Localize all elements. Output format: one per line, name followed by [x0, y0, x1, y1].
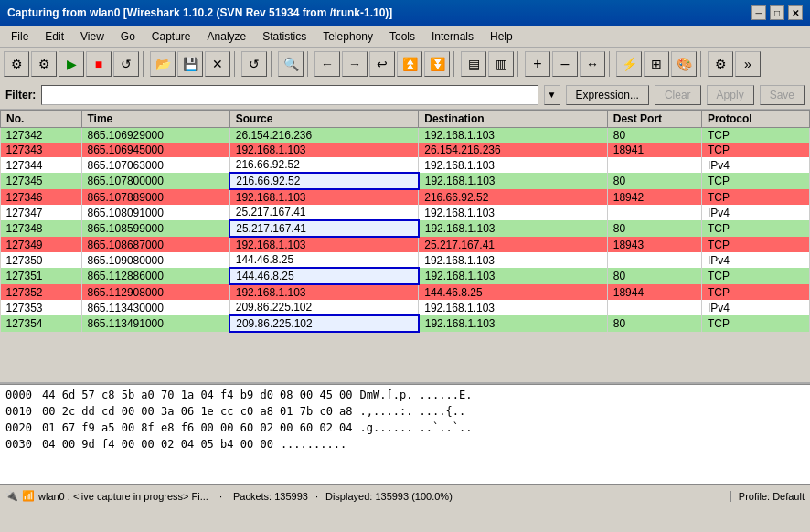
network-icon: 🔌: [5, 490, 18, 502]
table-row[interactable]: 127342865.10692900026.154.216.236192.168…: [1, 128, 810, 144]
menu-item-edit[interactable]: Edit: [37, 28, 71, 45]
cell-src: 192.168.1.103: [229, 143, 419, 157]
cell-proto: TCP: [702, 237, 810, 252]
menu-item-capture[interactable]: Capture: [144, 28, 198, 45]
table-row[interactable]: 127350865.109080000144.46.8.25192.168.1.…: [1, 252, 810, 268]
menu-item-tools[interactable]: Tools: [382, 28, 422, 45]
cell-port: 18942: [607, 189, 701, 205]
details-view-icon[interactable]: ▤: [461, 51, 486, 77]
cell-dst: 216.66.92.52: [419, 189, 608, 205]
go-last-icon[interactable]: ⏬: [424, 51, 450, 77]
go-first-icon[interactable]: ⏫: [397, 51, 422, 77]
expression-button[interactable]: Expression...: [566, 85, 649, 105]
stop-icon[interactable]: ■: [86, 51, 112, 77]
filter-dropdown-button[interactable]: ▼: [544, 85, 560, 105]
hex-bytes: 01 67 f9 a5 00 8f e8 f6 00 00 60 02 00 6…: [42, 420, 353, 436]
new-icon[interactable]: ⚙: [4, 51, 29, 77]
menu-item-internals[interactable]: Internals: [424, 28, 481, 45]
filter-input[interactable]: [41, 85, 538, 105]
col-time: Time: [81, 111, 229, 128]
apply-button[interactable]: Apply: [707, 85, 754, 105]
capture-filters-icon[interactable]: ⚡: [616, 51, 642, 77]
table-row[interactable]: 127348865.10859900025.217.167.41192.168.…: [1, 220, 810, 237]
save-icon[interactable]: 💾: [177, 51, 203, 77]
packets-count: Packets: 135993: [233, 491, 308, 502]
table-row[interactable]: 127352865.112908000192.168.1.103144.46.8…: [1, 284, 810, 300]
table-row[interactable]: 127347865.10809100025.217.167.41192.168.…: [1, 205, 810, 220]
table-row[interactable]: 127345865.107800000216.66.92.52192.168.1…: [1, 173, 810, 189]
menubar: FileEditViewGoCaptureAnalyzeStatisticsTe…: [0, 26, 810, 48]
menu-item-analyze[interactable]: Analyze: [200, 28, 254, 45]
more-icon[interactable]: »: [735, 51, 761, 77]
menu-item-view[interactable]: View: [73, 28, 112, 45]
cell-time: 865.112908000: [81, 284, 229, 300]
zoom-out-icon[interactable]: –: [552, 51, 578, 77]
coloring-icon[interactable]: 🎨: [671, 51, 697, 77]
table-row[interactable]: 127351865.112886000144.46.8.25192.168.1.…: [1, 268, 810, 284]
profile-label: Profile: Default: [739, 491, 805, 502]
cell-port: [607, 252, 701, 268]
table-row[interactable]: 127343865.106945000192.168.1.10326.154.2…: [1, 143, 810, 157]
back-icon[interactable]: ←: [314, 51, 340, 77]
cell-dst: 144.46.8.25: [419, 284, 608, 300]
start-icon[interactable]: ▶: [59, 51, 84, 77]
prefs-icon[interactable]: ⚙: [708, 51, 733, 77]
table-row[interactable]: 127349865.108687000192.168.1.10325.217.1…: [1, 237, 810, 252]
separator-status: ·: [219, 491, 222, 502]
cell-src: 192.168.1.103: [229, 237, 419, 252]
maximize-button[interactable]: □: [770, 5, 784, 20]
cell-no: 127352: [1, 284, 82, 300]
cell-dst: 192.168.1.103: [419, 252, 608, 268]
hex-row: 002001 67 f9 a5 00 8f e8 f6 00 00 60 02 …: [5, 420, 805, 436]
zoom-in-icon[interactable]: +: [525, 51, 550, 77]
hex-offset: 0000: [5, 387, 35, 403]
packet-table-container: No. Time Source Destination Dest Port Pr…: [0, 110, 810, 384]
separator4: [307, 51, 311, 77]
clear-button[interactable]: Clear: [655, 85, 701, 105]
scroll-back-icon[interactable]: ↩: [369, 51, 395, 77]
cell-no: 127353: [1, 300, 82, 315]
find-icon[interactable]: 🔍: [278, 51, 304, 77]
table-row[interactable]: 127344865.107063000216.66.92.52192.168.1…: [1, 157, 810, 173]
save-button[interactable]: Save: [760, 85, 805, 105]
resize-columns-icon[interactable]: ↔: [580, 51, 605, 77]
open-icon[interactable]: 📂: [150, 51, 176, 77]
cell-port: [607, 205, 701, 220]
bytes-view-icon[interactable]: ▥: [488, 51, 514, 77]
minimize-button[interactable]: ─: [751, 5, 766, 20]
cell-dst: 192.168.1.103: [419, 268, 608, 284]
forward-icon[interactable]: →: [342, 51, 368, 77]
cell-proto: TCP: [702, 284, 810, 300]
cell-dst: 192.168.1.103: [419, 315, 608, 332]
filterbar: Filter: ▼ Expression... Clear Apply Save: [0, 80, 810, 110]
table-row[interactable]: 127354865.113491000209.86.225.102192.168…: [1, 315, 810, 332]
cell-no: 127346: [1, 189, 82, 205]
statusbar: 🔌 📶 wlan0 : <live capture in progress> F…: [0, 484, 810, 506]
reload-icon[interactable]: ↺: [241, 51, 267, 77]
col-destination: Destination: [419, 111, 608, 128]
menu-item-go[interactable]: Go: [113, 28, 143, 45]
cell-proto: TCP: [702, 189, 810, 205]
cell-proto: TCP: [702, 268, 810, 284]
cell-dst: 26.154.216.236: [419, 143, 608, 157]
menu-item-telephony[interactable]: Telephony: [315, 28, 380, 45]
cell-proto: IPv4: [702, 157, 810, 173]
cell-port: 18943: [607, 237, 701, 252]
statusbar-right: Profile: Default: [730, 491, 805, 502]
restart-icon[interactable]: ↺: [113, 51, 139, 77]
cell-time: 865.107889000: [81, 189, 229, 205]
menu-item-statistics[interactable]: Statistics: [255, 28, 314, 45]
table-row[interactable]: 127353865.113430000209.86.225.102192.168…: [1, 300, 810, 315]
display-filters-icon[interactable]: ⊞: [644, 51, 669, 77]
table-row[interactable]: 127346865.107889000192.168.1.103216.66.9…: [1, 189, 810, 205]
cell-src: 144.46.8.25: [229, 268, 419, 284]
cell-proto: IPv4: [702, 300, 810, 315]
close-button[interactable]: ✕: [788, 5, 803, 20]
menu-item-help[interactable]: Help: [483, 28, 520, 45]
cell-time: 865.113430000: [81, 300, 229, 315]
close-file-icon[interactable]: ✕: [205, 51, 230, 77]
options-icon[interactable]: ⚙: [31, 51, 57, 77]
menu-item-file[interactable]: File: [4, 28, 36, 45]
cell-no: 127345: [1, 173, 82, 189]
cell-proto: IPv4: [702, 205, 810, 220]
